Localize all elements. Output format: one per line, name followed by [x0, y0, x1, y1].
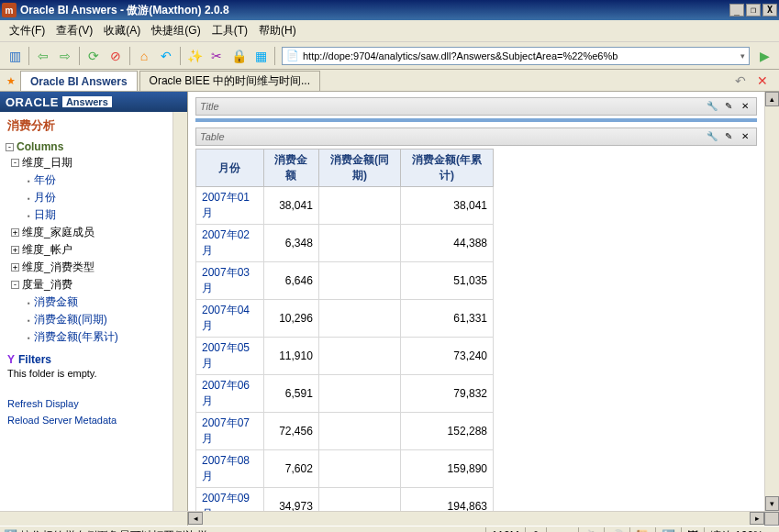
value-cell: 6,591 [263, 375, 318, 413]
table-row: 2007年07月72,456152,288 [196, 413, 494, 450]
format-icon[interactable]: 🔧 [705, 129, 719, 144]
url-bar[interactable]: 📄 http://dope:9704/analytics/saw.dll?Ans… [282, 47, 750, 65]
cpu-icon[interactable]: 🔄 [655, 527, 681, 532]
column-amount-sply[interactable]: 消费金额(同期) [6, 311, 167, 328]
home-icon[interactable]: ⌂ [134, 46, 154, 66]
format-icon[interactable]: 🔧 [705, 99, 719, 114]
table-row: 2007年06月6,59179,832 [196, 375, 494, 413]
column-header[interactable]: 消费金额 [263, 150, 318, 187]
stop-icon[interactable]: ⊘ [106, 46, 126, 66]
scroll-right-icon[interactable]: ▸ [750, 512, 764, 525]
table-row: 2007年05月11,91073,240 [196, 338, 494, 375]
menu-help[interactable]: 帮助(H) [253, 21, 302, 40]
content-area: Title 🔧 ✎ ✕ Table 🔧 ✎ ✕ 月份消费金额消费金额(同期)消费… [188, 92, 779, 511]
value-cell [318, 262, 400, 300]
value-cell [318, 300, 400, 338]
menu-favorites[interactable]: 收藏(A) [98, 21, 146, 40]
scroll-down-icon[interactable]: ▾ [765, 496, 779, 511]
column-amount[interactable]: 消费金额 [6, 294, 167, 311]
close-button[interactable]: X [762, 4, 777, 17]
table-row: 2007年09月34,973194,863 [196, 488, 494, 512]
undo-tab-icon[interactable]: ↶ [730, 71, 751, 91]
month-cell[interactable]: 2007年02月 [196, 225, 264, 262]
column-header[interactable]: 月份 [196, 150, 264, 187]
month-cell[interactable]: 2007年09月 [196, 488, 264, 512]
refresh-display-link[interactable]: Refresh Display [7, 395, 165, 412]
sidebar-scrollbar[interactable] [172, 112, 187, 511]
filters-empty: This folder is empty. [0, 368, 172, 379]
column-month[interactable]: 月份 [6, 189, 167, 206]
back-icon[interactable]: ⇦ [33, 46, 53, 66]
content-control-icon[interactable]: 🔒 [228, 46, 249, 66]
speaker-icon[interactable]: 🔊 [604, 527, 629, 532]
close-tab-icon[interactable]: ✕ [752, 71, 773, 91]
month-cell[interactable]: 2007年03月 [196, 262, 264, 300]
column-year[interactable]: 年份 [6, 172, 167, 189]
tab-inactive[interactable]: Oracle BIEE 中的时间维与时间... [139, 71, 320, 91]
ad-hunter-icon[interactable]: ✂ [206, 46, 227, 66]
folder-type[interactable]: 维度_消费类型 [22, 260, 95, 273]
collapse-icon[interactable]: - [6, 143, 14, 151]
folder-date[interactable]: 维度_日期 [22, 156, 72, 169]
url-dropdown-icon[interactable]: ▾ [740, 51, 745, 61]
column-header[interactable]: 消费金额(年累计) [401, 150, 494, 187]
month-cell[interactable]: 2007年05月 [196, 338, 264, 375]
folder-account[interactable]: 维度_帐户 [22, 243, 72, 256]
delete-icon[interactable]: ✕ [738, 129, 752, 144]
value-cell: 194,863 [401, 488, 494, 512]
month-cell[interactable]: 2007年06月 [196, 375, 264, 413]
menu-view[interactable]: 查看(V) [50, 21, 98, 40]
refresh-icon[interactable]: ⟳ [83, 46, 104, 66]
script-icon[interactable]: 📜 [629, 527, 655, 532]
tab-active[interactable]: Oracle BI Answers [20, 71, 138, 91]
block-ads-icon[interactable]: 🔌 [578, 527, 604, 532]
value-cell [318, 187, 400, 225]
folder-measures[interactable]: 度量_消费 [22, 278, 72, 291]
collapse-icon[interactable]: - [11, 281, 19, 289]
edit-icon[interactable]: ✎ [721, 99, 736, 114]
column-amount-ytd[interactable]: 消费金额(年累计) [6, 328, 167, 346]
expand-icon[interactable]: + [11, 228, 19, 237]
restore-button[interactable]: ❐ [746, 4, 761, 17]
vertical-scrollbar[interactable]: ▴ ▾ [764, 92, 779, 511]
delete-icon[interactable]: ✕ [738, 99, 752, 114]
undo-close-icon[interactable]: ↶ [156, 46, 176, 66]
folder-family[interactable]: 维度_家庭成员 [22, 226, 95, 238]
table-row: 2007年02月6,34844,388 [196, 225, 494, 262]
edit-icon[interactable]: ✎ [721, 129, 736, 144]
subject-area-title: 消费分析 [0, 112, 172, 139]
expand-icon[interactable]: + [11, 263, 19, 272]
column-header[interactable]: 消费金额(同期) [318, 150, 400, 187]
collapse-icon[interactable]: - [11, 159, 19, 167]
value-cell: 79,832 [401, 375, 494, 413]
expand-icon[interactable]: + [11, 246, 19, 254]
value-cell: 38,041 [401, 187, 494, 225]
sidebar-star-icon[interactable]: ★ [2, 71, 20, 91]
table-row: 2007年08月7,602159,890 [196, 450, 494, 488]
value-cell [318, 375, 400, 413]
go-icon[interactable]: ▶ [754, 46, 774, 66]
status-download-icon[interactable]: ⬇ [525, 527, 546, 532]
scroll-up-icon[interactable]: ▴ [765, 92, 779, 106]
forward-icon[interactable]: ⇨ [55, 46, 75, 66]
image-icon[interactable]: 🖼 [681, 527, 704, 532]
month-cell[interactable]: 2007年04月 [196, 300, 264, 338]
month-cell[interactable]: 2007年08月 [196, 450, 264, 488]
value-cell: 152,288 [401, 413, 494, 450]
minimize-button[interactable]: _ [729, 4, 744, 17]
scroll-left-icon[interactable]: ◂ [188, 512, 203, 525]
value-cell: 73,240 [401, 338, 494, 375]
column-day[interactable]: 日期 [6, 206, 167, 224]
magic-fill-icon[interactable]: ✨ [184, 46, 205, 66]
month-cell[interactable]: 2007年07月 [196, 413, 264, 450]
horizontal-scrollbar[interactable]: ◂ ▸ [0, 511, 779, 526]
menu-tools[interactable]: 工具(T) [206, 21, 253, 40]
menu-groups[interactable]: 快捷组(G) [146, 21, 206, 40]
reload-metadata-link[interactable]: Reload Server Metadata [7, 412, 165, 428]
columns-label: Columns [17, 140, 63, 153]
resource-sniffer-icon[interactable]: ▦ [250, 46, 271, 66]
month-cell[interactable]: 2007年01月 [196, 187, 264, 225]
new-tab-icon[interactable]: ▥ [5, 46, 25, 66]
menu-file[interactable]: 文件(F) [4, 21, 50, 40]
tabs-bar: ★ Oracle BI Answers Oracle BIEE 中的时间维与时间… [0, 70, 779, 92]
